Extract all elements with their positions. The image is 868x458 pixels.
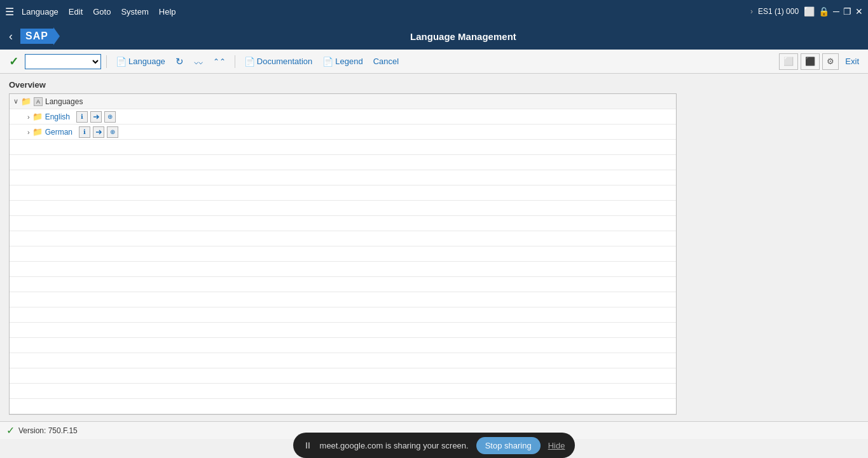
window-controls: ⬜ 🔒 ─ ❐ ✕	[804, 6, 863, 17]
english-link-icon[interactable]	[90, 111, 102, 123]
empty-row-17	[10, 384, 676, 399]
english-actions: ℹ ⊕	[76, 111, 116, 123]
documentation-icon: 📄	[244, 57, 255, 67]
empty-row-9	[10, 262, 676, 277]
version-text: Version: 750.F.15	[18, 426, 78, 435]
layout-btn-2[interactable]: ⬛	[801, 53, 820, 70]
back-button[interactable]: ‹	[4, 27, 18, 46]
legend-icon: 📄	[322, 57, 333, 67]
root-img-icon: A	[34, 97, 43, 106]
root-label: Languages	[45, 97, 83, 106]
page-title: Language Management	[62, 31, 864, 42]
system-info: ES1 (1) 000	[758, 7, 799, 16]
menu-language[interactable]: Language	[22, 7, 59, 17]
empty-row-1	[10, 140, 676, 155]
empty-row-18	[10, 399, 676, 414]
sap-label: SAP	[20, 29, 53, 44]
german-info-icon[interactable]: ℹ	[79, 126, 90, 138]
menu-edit[interactable]: Edit	[69, 7, 83, 17]
tree-container: ∨ 📁 A Languages › 📁 English ℹ ⊕ › 📁 Germ…	[9, 93, 677, 415]
sap-logo: SAP	[20, 27, 60, 45]
expand-down-icon: ⌵⌵	[194, 58, 203, 65]
empty-row-15	[10, 353, 676, 368]
german-add-icon[interactable]: ⊕	[107, 126, 118, 138]
empty-row-12	[10, 307, 676, 323]
exit-button[interactable]: Exit	[841, 55, 863, 68]
refresh-icon: ↻	[176, 56, 184, 67]
restore-btn[interactable]: ❐	[843, 6, 851, 17]
nav-bar: ‹ SAP Language Management	[0, 23, 868, 50]
stop-sharing-button[interactable]: Stop sharing	[476, 437, 541, 454]
empty-row-16	[10, 368, 676, 384]
legend-label: Legend	[335, 57, 362, 66]
german-link-icon[interactable]	[93, 126, 104, 138]
expand-down-button[interactable]: ⌵⌵	[190, 56, 207, 67]
german-actions: ℹ ⊕	[79, 126, 118, 138]
root-toggle[interactable]: ∨	[13, 97, 18, 105]
empty-row-2	[10, 155, 676, 170]
hide-button[interactable]: Hide	[548, 441, 565, 450]
collapse-up-icon: ⌃⌃	[213, 57, 226, 66]
empty-row-10	[10, 277, 676, 292]
close-btn[interactable]: ✕	[855, 6, 863, 17]
language-doc-icon: 📄	[116, 57, 127, 67]
sap-triangle	[53, 27, 60, 45]
sharing-message: meet.google.com is sharing your screen.	[320, 441, 469, 450]
menu-help[interactable]: Help	[159, 7, 176, 17]
collapse-up-button[interactable]: ⌃⌃	[209, 55, 230, 68]
settings-btn[interactable]: ⚙	[822, 53, 839, 70]
sharing-bar: ⏸ meet.google.com is sharing your screen…	[293, 433, 575, 458]
check-icon: ✓	[9, 55, 18, 69]
pause-icon: ⏸	[303, 440, 312, 450]
empty-row-3	[10, 170, 676, 185]
english-label: English	[45, 112, 70, 121]
empty-row-4	[10, 185, 676, 201]
hamburger-icon[interactable]: ☰	[5, 6, 14, 18]
status-check-icon: ✓	[6, 424, 15, 436]
language-select[interactable]	[25, 54, 101, 69]
menu-system[interactable]: System	[121, 7, 148, 17]
language-label: Language	[128, 57, 165, 66]
tree-row-german: › 📁 German ℹ ⊕	[10, 125, 676, 140]
german-toggle[interactable]: ›	[27, 128, 30, 136]
english-toggle[interactable]: ›	[27, 113, 30, 121]
empty-row-7	[10, 231, 676, 246]
display-btn[interactable]: ⬜	[804, 6, 815, 17]
separator-2	[235, 55, 235, 68]
empty-row-8	[10, 246, 676, 262]
title-bar-right: › ES1 (1) 000 ⬜ 🔒 ─ ❐ ✕	[750, 6, 863, 17]
minimize-btn[interactable]: ─	[833, 6, 839, 17]
separator-1	[106, 55, 107, 68]
empty-row-14	[10, 338, 676, 353]
chevron-right-icon: ›	[750, 7, 753, 16]
documentation-label: Documentation	[257, 57, 312, 66]
english-info-icon[interactable]: ℹ	[76, 111, 88, 123]
title-bar-left: ☰ Language Edit Goto System Help	[5, 6, 176, 18]
layout-btn-1[interactable]: ⬜	[779, 53, 798, 70]
toolbar: ✓ 📄 Language ↻ ⌵⌵ ⌃⌃ 📄 Documentation 📄 L…	[0, 50, 868, 74]
empty-row-11	[10, 292, 676, 307]
tree-row-english: › 📁 English ℹ ⊕	[10, 109, 676, 125]
legend-button[interactable]: 📄 Legend	[319, 55, 366, 69]
empty-row-6	[10, 216, 676, 231]
content-area: Overview ∨ 📁 A Languages › 📁 English ℹ ⊕…	[0, 74, 868, 421]
empty-row-13	[10, 323, 676, 338]
documentation-button[interactable]: 📄 Documentation	[240, 55, 316, 69]
empty-row-5	[10, 201, 676, 216]
lock-btn[interactable]: 🔒	[818, 6, 829, 17]
menu-items: Language Edit Goto System Help	[22, 7, 176, 17]
confirm-button[interactable]: ✓	[5, 53, 22, 71]
overview-label: Overview	[9, 80, 859, 90]
cancel-button[interactable]: Cancel	[369, 55, 403, 68]
english-folder-icon: 📁	[32, 112, 43, 121]
cancel-label: Cancel	[373, 57, 399, 66]
german-label: German	[45, 128, 72, 137]
menu-goto[interactable]: Goto	[93, 7, 111, 17]
english-add-icon[interactable]: ⊕	[104, 111, 116, 123]
refresh-button[interactable]: ↻	[172, 54, 188, 69]
language-button[interactable]: 📄 Language	[112, 55, 169, 69]
tree-row-root: ∨ 📁 A Languages	[10, 94, 676, 109]
toolbar-right: ⬜ ⬛ ⚙ Exit	[779, 53, 863, 70]
exit-label: Exit	[845, 57, 859, 66]
title-bar: ☰ Language Edit Goto System Help › ES1 (…	[0, 0, 868, 23]
